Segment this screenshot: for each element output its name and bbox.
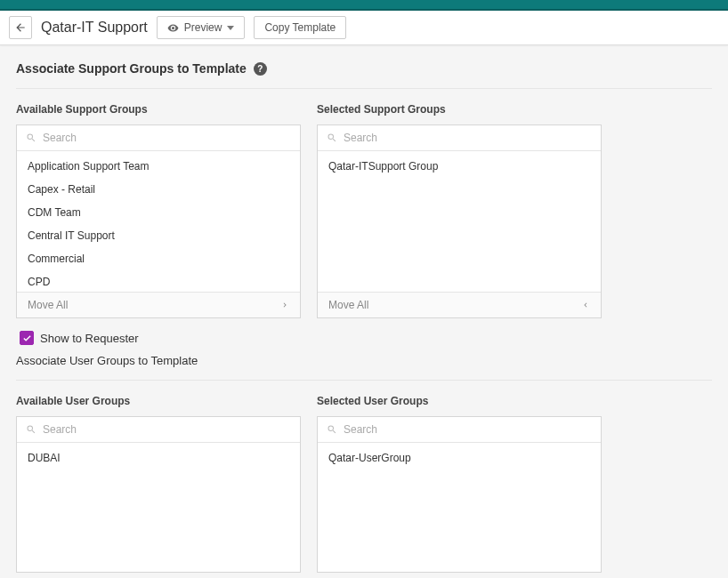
copy-template-button[interactable]: Copy Template: [254, 16, 346, 39]
section1-title-row: Associate Support Groups to Template ?: [16, 61, 712, 76]
list-item[interactable]: Capex - Retail: [17, 178, 300, 201]
divider: [16, 380, 712, 381]
preview-button[interactable]: Preview: [157, 16, 246, 39]
list-item[interactable]: Commercial: [17, 247, 300, 270]
selected-support-search: [318, 125, 601, 151]
show-to-requester-checkbox[interactable]: [20, 331, 34, 345]
move-all-left-button[interactable]: Move All: [318, 292, 601, 317]
available-user-items[interactable]: DUBAI: [17, 443, 300, 572]
available-support-search-input[interactable]: [43, 132, 291, 144]
available-support-search: [17, 125, 300, 151]
list-item[interactable]: Application Support Team: [17, 155, 300, 178]
section2-title: Associate User Groups to Template: [16, 354, 712, 367]
available-support-items[interactable]: Application Support TeamCapex - RetailCD…: [17, 151, 300, 292]
move-all-label: Move All: [328, 299, 368, 311]
move-all-label: Move All: [28, 299, 68, 311]
available-support-col: Available Support Groups Application Sup…: [16, 103, 301, 318]
list-item[interactable]: CDM Team: [17, 201, 300, 224]
content-area: Associate Support Groups to Template ? A…: [0, 45, 728, 573]
selected-support-col: Selected Support Groups Qatar-ITSupport …: [317, 103, 602, 318]
available-user-search: [17, 417, 300, 443]
show-to-requester-row: Show to Requester: [20, 331, 712, 345]
selected-user-search: [318, 417, 601, 443]
list-item[interactable]: Central IT Support: [17, 224, 300, 247]
chevron-right-icon: [280, 301, 289, 309]
available-user-search-input[interactable]: [43, 423, 291, 436]
move-all-right-button[interactable]: Move All: [17, 292, 300, 317]
selected-support-label: Selected Support Groups: [317, 103, 602, 116]
selected-user-search-input[interactable]: [344, 423, 592, 436]
available-user-listbox: DUBAI: [16, 416, 301, 573]
list-item[interactable]: Qatar-ITSupport Group: [318, 155, 601, 178]
selected-user-label: Selected User Groups: [317, 395, 602, 407]
section2-columns: Available User Groups DUBAI Selected Use…: [16, 395, 712, 573]
section1-title: Associate Support Groups to Template: [16, 61, 247, 76]
page-header: Qatar-IT Support Preview Copy Template: [0, 11, 728, 45]
search-icon: [327, 132, 337, 143]
selected-support-listbox: Qatar-ITSupport Group Move All: [317, 124, 602, 318]
help-icon[interactable]: ?: [254, 62, 267, 76]
available-user-label: Available User Groups: [16, 395, 301, 407]
available-support-listbox: Application Support TeamCapex - RetailCD…: [16, 124, 301, 318]
back-button[interactable]: [9, 16, 32, 39]
preview-label: Preview: [184, 21, 222, 34]
show-to-requester-label: Show to Requester: [40, 332, 139, 345]
arrow-left-icon: [14, 21, 27, 34]
available-user-col: Available User Groups DUBAI: [16, 395, 301, 573]
selected-user-col: Selected User Groups Qatar-UserGroup: [317, 395, 602, 573]
search-icon: [26, 132, 36, 143]
selected-support-items[interactable]: Qatar-ITSupport Group: [318, 151, 601, 292]
copy-template-label: Copy Template: [264, 21, 336, 34]
search-icon: [26, 424, 36, 435]
section1-columns: Available Support Groups Application Sup…: [16, 103, 712, 318]
selected-user-listbox: Qatar-UserGroup: [317, 416, 602, 573]
app-topbar: [0, 0, 728, 11]
available-support-label: Available Support Groups: [16, 103, 301, 116]
list-item[interactable]: CPD: [17, 270, 300, 292]
caret-down-icon: [227, 26, 234, 30]
selected-user-items[interactable]: Qatar-UserGroup: [318, 443, 601, 572]
list-item[interactable]: DUBAI: [17, 446, 300, 470]
check-icon: [22, 333, 32, 343]
chevron-left-icon: [581, 301, 590, 309]
selected-support-search-input[interactable]: [344, 132, 592, 144]
divider: [16, 88, 712, 89]
list-item[interactable]: Qatar-UserGroup: [318, 446, 601, 470]
eye-icon: [167, 22, 179, 34]
search-icon: [327, 424, 337, 435]
page-title: Qatar-IT Support: [41, 20, 148, 36]
